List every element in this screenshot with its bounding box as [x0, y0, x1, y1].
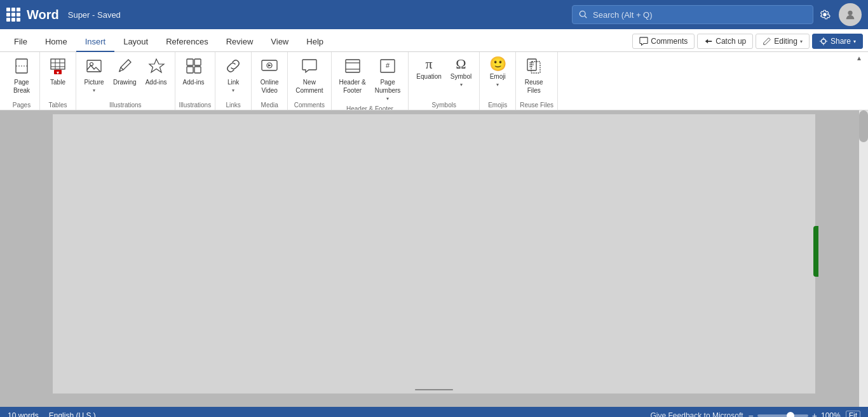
tab-file[interactable]: File: [5, 33, 36, 52]
ribbon-group-add-ins: Add-ins Illustrations: [175, 52, 216, 110]
search-input[interactable]: [593, 10, 806, 20]
add-ins-button[interactable]: Add-ins: [179, 55, 208, 89]
reuse-files-icon: [525, 57, 543, 77]
document-page: [53, 114, 815, 394]
picture-chevron: ▾: [93, 88, 95, 93]
comment-icon: [639, 37, 648, 46]
page-break-icon: [13, 57, 31, 77]
emoji-button[interactable]: 🙂 Emoji ▾: [484, 55, 512, 90]
online-video-icon: [261, 57, 278, 77]
page-numbers-icon: #: [379, 57, 397, 77]
editing-button[interactable]: Editing ▾: [756, 34, 810, 49]
link-button[interactable]: Link ▾: [219, 55, 247, 96]
search-icon: [579, 10, 588, 19]
header-footer-button[interactable]: Header &Footer: [336, 55, 370, 97]
add-ins-illus-label: Add-ins: [146, 78, 167, 86]
reuse-files-button[interactable]: ReuseFiles: [520, 55, 548, 97]
tab-view[interactable]: View: [262, 33, 297, 52]
link-chevron: ▾: [232, 88, 234, 93]
equation-icon: π: [426, 57, 433, 71]
page-numbers-label: PageNumbers: [375, 78, 401, 95]
tab-help[interactable]: Help: [297, 33, 332, 52]
emoji-icon: 🙂: [489, 57, 506, 71]
title-bar: Word Super - Saved: [0, 0, 868, 29]
ribbon-tab-bar: File Home Insert Layout References Revie…: [0, 29, 868, 52]
new-comment-icon: [301, 57, 318, 77]
tab-layout[interactable]: Layout: [114, 33, 157, 52]
svg-point-0: [580, 11, 585, 17]
page-numbers-chevron: ▾: [386, 96, 389, 102]
new-comment-button[interactable]: NewComment: [292, 55, 327, 97]
page-break-button[interactable]: PageBreak: [8, 55, 36, 97]
share-button[interactable]: Share ▾: [812, 34, 863, 49]
editing-chevron: ▾: [800, 39, 803, 44]
media-group-label: Media: [255, 100, 283, 109]
table-label: Table: [50, 78, 65, 86]
drawing-label: Drawing: [113, 78, 137, 86]
svg-point-2: [848, 11, 852, 15]
document-area: [0, 110, 868, 407]
catchup-icon: [704, 37, 713, 46]
zoom-value: 100%: [821, 411, 841, 417]
svg-point-14: [90, 63, 93, 66]
pencil-icon: [763, 37, 771, 46]
tab-references[interactable]: References: [157, 33, 217, 52]
header-footer-icon: [344, 57, 362, 77]
scrollbar-thumb[interactable]: [859, 110, 868, 142]
page-numbers-button[interactable]: # PageNumbers ▾: [371, 55, 405, 104]
zoom-minus-button[interactable]: −: [749, 411, 754, 417]
svg-rect-16: [194, 59, 201, 65]
drawing-button[interactable]: Drawing: [109, 55, 140, 89]
ribbon-collapse-button[interactable]: ▲: [854, 52, 864, 64]
ribbon-group-media: OnlineVideo Media: [252, 52, 288, 110]
catchup-button[interactable]: Catch up: [697, 34, 753, 49]
ribbon: PageBreak Pages ▼ Table: [0, 52, 868, 110]
tab-review[interactable]: Review: [217, 33, 262, 52]
symbol-icon: Ω: [456, 57, 466, 71]
reuse-files-label: ReuseFiles: [525, 78, 543, 95]
symbol-button[interactable]: Ω Symbol ▾: [447, 55, 475, 90]
profile-button[interactable]: [839, 3, 862, 26]
ribbon-group-emojis: 🙂 Emoji ▾ Emojis: [480, 52, 516, 110]
add-ins-illus-button[interactable]: Add-ins: [142, 55, 171, 89]
feedback-link[interactable]: Give Feedback to Microsoft: [651, 411, 743, 417]
status-bar-right: Give Feedback to Microsoft − + 100% Fit: [651, 411, 860, 417]
gear-icon: [819, 9, 831, 20]
green-indicator-bar: [813, 226, 818, 277]
word-count: 10 words: [8, 411, 39, 417]
ribbon-group-illustrations: Picture ▾ Drawing: [76, 52, 175, 110]
scrollbar-track[interactable]: [859, 110, 868, 407]
ribbon-group-comments: NewComment Comments: [288, 52, 331, 110]
svg-point-3: [821, 39, 825, 44]
svg-rect-18: [194, 67, 201, 73]
ribbon-group-links: Link ▾ Links: [215, 52, 252, 110]
apps-grid-icon[interactable]: [6, 8, 20, 22]
tab-insert[interactable]: Insert: [76, 33, 115, 52]
tab-home[interactable]: Home: [36, 33, 76, 52]
title-bar-right: [813, 3, 862, 26]
equation-button[interactable]: π Equation: [412, 55, 445, 83]
profile-icon: [844, 9, 856, 20]
zoom-slider[interactable]: [757, 414, 808, 417]
picture-button[interactable]: Picture ▾: [80, 55, 108, 96]
picture-icon: [85, 57, 103, 77]
reuse-files-group-label: Reuse Files: [520, 100, 553, 109]
status-bar: 10 words English (U.S.) Give Feedback to…: [0, 407, 868, 417]
title-bar-left: Word Super - Saved: [6, 8, 572, 22]
svg-line-1: [585, 16, 587, 18]
svg-text:▼: ▼: [56, 70, 60, 75]
search-bar[interactable]: [572, 5, 813, 24]
svg-rect-15: [187, 59, 193, 65]
online-video-button[interactable]: OnlineVideo: [255, 55, 283, 97]
add-ins-illus-icon: [147, 57, 165, 77]
zoom-thumb[interactable]: [787, 412, 794, 417]
comments-button[interactable]: Comments: [632, 34, 695, 49]
fit-button[interactable]: Fit: [846, 411, 860, 417]
link-label: Link: [227, 78, 239, 86]
emoji-label: Emoji: [490, 72, 506, 81]
ribbon-group-reuse-files: ReuseFiles Reuse Files: [516, 52, 558, 110]
zoom-plus-button[interactable]: +: [812, 411, 817, 417]
tables-group-label: Tables: [44, 100, 72, 109]
table-button[interactable]: ▼ Table: [44, 55, 72, 89]
settings-button[interactable]: [813, 3, 836, 26]
